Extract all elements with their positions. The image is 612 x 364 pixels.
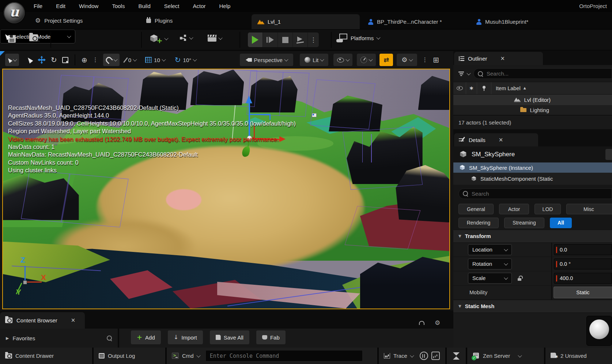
menu-tools[interactable]: Tools (112, 3, 125, 9)
static-mesh-section-header[interactable]: ▼ Static Mesh (453, 300, 612, 313)
add-component-button-partial[interactable] (605, 149, 612, 160)
menu-edit[interactable]: Edit (56, 3, 65, 9)
cinematics-dropdown[interactable] (208, 35, 222, 42)
viewport-settings-dropdown[interactable]: ⚙ (397, 54, 417, 66)
trace-label[interactable]: Trace (393, 353, 407, 359)
scale-tool-button[interactable] (60, 54, 71, 66)
component-row-instance-selected[interactable]: SM_SkySphere (Instance) (453, 162, 612, 173)
play-options-menu[interactable]: ⋮ (308, 32, 319, 47)
tab-project-settings[interactable]: ⚙ Project Settings (35, 12, 83, 29)
unsaved-changes-section[interactable]: * 2 Unsaved (545, 348, 612, 364)
rotation-snap-dropdown[interactable]: ↻ 10° (172, 54, 199, 66)
filter-tab-rendering[interactable]: Rendering (458, 218, 499, 228)
perspective-dropdown[interactable]: Perspective (240, 54, 293, 66)
menu-select[interactable]: Select (164, 3, 180, 9)
search-icon[interactable] (107, 336, 112, 341)
select-tool-button[interactable] (24, 54, 35, 66)
unlock-icon[interactable] (518, 276, 522, 281)
stop-button[interactable] (278, 32, 293, 47)
frame-skip-button[interactable] (263, 32, 278, 47)
menu-actor[interactable]: Actor (193, 3, 205, 9)
transform-options-menu[interactable]: ⋮ (90, 54, 101, 66)
menu-help[interactable]: Help (219, 3, 231, 9)
location-x-field[interactable]: 0.0 (554, 244, 612, 255)
save-all-button[interactable]: Save All (210, 330, 249, 344)
filter-tab-streaming[interactable]: Streaming (504, 218, 544, 228)
trace-bars-icon[interactable] (384, 353, 390, 359)
blueprints-dropdown[interactable] (180, 35, 193, 41)
pause-tracing-icon[interactable] (420, 352, 428, 360)
visibility-column-header[interactable] (453, 82, 466, 94)
close-icon[interactable]: × (499, 137, 503, 143)
filter-tab-misc[interactable]: Misc (566, 204, 612, 214)
content-drawer-button[interactable]: Content Drawer (0, 348, 92, 364)
browse-to-asset-button[interactable] (29, 34, 38, 43)
game-view-toggle[interactable]: ⇄ (379, 54, 393, 66)
scale-dropdown[interactable]: Scale (468, 273, 512, 284)
eject-button[interactable] (293, 32, 308, 47)
menu-window[interactable]: Window (79, 3, 98, 9)
grid-snap-dropdown[interactable]: 10 (143, 54, 168, 66)
details-search-input[interactable] (471, 190, 608, 197)
actor-snap-dropdown[interactable]: 0 (122, 54, 139, 66)
filter-tab-lod[interactable]: LOD (534, 204, 561, 214)
add-button[interactable]: + Add (131, 330, 161, 344)
viewport-layout-button[interactable]: ⊞ (430, 54, 442, 66)
output-log-button[interactable]: Output Log (94, 348, 165, 364)
menu-file[interactable]: File (34, 3, 42, 9)
chevron-down-icon[interactable] (410, 353, 414, 357)
move-tool-button[interactable] (35, 54, 48, 66)
filter-tab-all[interactable]: All (550, 218, 572, 228)
zen-server-section[interactable]: ✓ Zen Server (467, 348, 544, 364)
tab-musuh1-blueprint[interactable]: Musuh1Blueprint* (470, 14, 534, 29)
transform-section-header[interactable]: ▼ Transform (453, 230, 612, 243)
background-tasks-section[interactable] (447, 348, 466, 364)
outliner-row-lighting[interactable]: Lighting (453, 105, 612, 115)
filter-icon[interactable] (458, 72, 464, 76)
surface-snap-dropdown[interactable] (103, 54, 120, 66)
menu-build[interactable]: Build (138, 3, 150, 9)
world-local-toggle[interactable]: ⊕ (79, 54, 90, 66)
viewport-canvas[interactable]: RecastNavMesh_UAID_C28750FC243B608202-De… (2, 69, 450, 309)
close-icon[interactable]: × (71, 318, 76, 323)
import-button[interactable]: ↓ Import (168, 330, 203, 344)
revision-control-icon[interactable] (419, 321, 424, 325)
favorites-section[interactable]: ▶ Favorites (0, 329, 118, 348)
chevron-down-icon[interactable] (196, 353, 200, 357)
static-mesh-thumbnail[interactable] (586, 316, 612, 346)
lit-mode-dropdown[interactable]: Lit (300, 54, 328, 66)
rotation-dropdown[interactable]: Rotation (468, 258, 512, 269)
filter-tab-actor[interactable]: Actor (499, 204, 529, 214)
rotate-tool-button[interactable]: ↻ (48, 54, 60, 66)
viewport-selection-mode-button[interactable] (5, 54, 19, 66)
show-flags-dropdown[interactable] (333, 54, 352, 66)
viewport-options-menu[interactable]: ⋮ (419, 54, 430, 66)
favorite-column-header[interactable]: * (466, 82, 477, 94)
scale-x-field[interactable]: 400.0 (554, 273, 612, 284)
play-button[interactable] (248, 32, 263, 47)
close-icon[interactable]: × (500, 56, 505, 61)
chevron-down-icon[interactable] (466, 71, 471, 75)
console-command-input[interactable] (205, 350, 363, 361)
pin-column-header[interactable] (477, 82, 491, 94)
outliner-search-input[interactable] (486, 70, 608, 77)
cmd-label[interactable]: Cmd (182, 353, 194, 359)
outliner-tab[interactable]: Outliner × (454, 52, 543, 65)
item-label-column-header[interactable]: Item Label ▲ (491, 82, 612, 94)
platforms-dropdown[interactable]: Platforms (336, 34, 380, 42)
view-performance-dropdown[interactable] (357, 54, 376, 66)
outliner-search-box[interactable] (473, 68, 612, 79)
details-tab[interactable]: Details × (454, 133, 538, 146)
add-actor-dropdown[interactable]: + (149, 33, 168, 44)
content-browser-tab[interactable]: Content Browser × (0, 312, 85, 329)
location-dropdown[interactable]: Location (468, 244, 512, 255)
unreal-logo[interactable]: u (4, 2, 25, 23)
filter-tab-general[interactable]: General (458, 204, 494, 214)
mobility-static-button[interactable]: Static (554, 287, 612, 298)
tab-bp-thirdperson-character[interactable]: BP_ThirdPe...nCharacter * (362, 14, 448, 29)
component-row-staticmesh[interactable]: StaticMeshComponent (Static (453, 173, 612, 185)
gear-icon[interactable]: ⚙ (435, 320, 440, 326)
stats-capture-icon[interactable] (431, 352, 440, 360)
tab-lvl-1[interactable]: Lvl_1 (252, 14, 360, 29)
outliner-row-level[interactable]: Lvl (Editor) (453, 95, 612, 105)
